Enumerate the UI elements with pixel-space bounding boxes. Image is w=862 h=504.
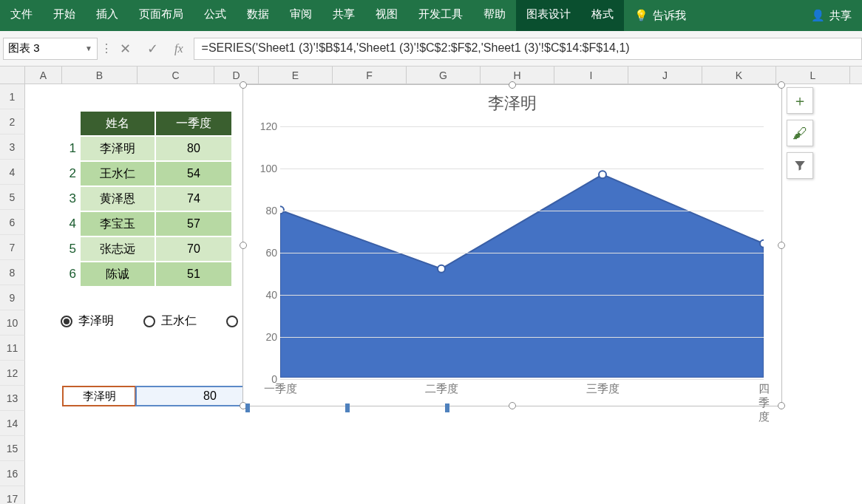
fx-icon[interactable]: fx [174,42,183,55]
chart-title[interactable]: 李泽明 [243,85,781,119]
cell-q1[interactable]: 70 [155,236,232,262]
plot-area[interactable]: 020406080100120 [280,126,764,378]
x-tick: 一季度 [264,382,297,396]
cell-name[interactable]: 陈诚 [80,262,155,287]
header-q1[interactable]: 一季度 [155,111,232,136]
spreadsheet-grid[interactable]: A B C D E F G H I J K L 1234567891011121… [0,67,862,84]
resize-handle[interactable] [240,242,247,249]
tab-insert[interactable]: 插入 [86,0,129,31]
table-row[interactable]: 5 张志远 70 [62,236,232,262]
col-D[interactable]: D [214,67,259,84]
tab-share[interactable]: 共享 [322,0,365,31]
cell-q1[interactable]: 51 [155,262,232,287]
radio-icon [143,316,155,327]
row-14[interactable]: 14 [0,411,25,436]
resize-handle[interactable] [509,402,516,409]
radio-option-1[interactable]: 王水仁 [143,313,197,329]
col-G[interactable]: G [407,67,481,84]
chevron-down-icon[interactable]: ▼ [85,44,92,52]
row-7[interactable]: 7 [0,235,25,260]
formula-input[interactable]: =SERIES('Sheet1 (3)'!$B$14,'Sheet1 (3)'!… [194,38,862,60]
resize-handle[interactable] [240,81,247,89]
resize-handle[interactable] [778,402,785,409]
cell-name[interactable]: 张志远 [80,236,155,262]
chart-styles-button[interactable]: 🖌 [787,120,813,146]
cell-q1[interactable]: 80 [155,136,232,161]
share-button[interactable]: 👤 共享 [801,0,862,31]
chart-filter-button[interactable] [787,152,813,179]
cancel-icon[interactable]: ✕ [120,41,131,57]
table-row[interactable]: 4 李宝玉 57 [62,211,232,236]
header-name[interactable]: 姓名 [80,111,155,136]
area-series[interactable] [280,126,764,378]
col-A[interactable]: A [25,67,62,84]
tab-data[interactable]: 数据 [237,0,279,31]
confirm-icon[interactable]: ✓ [147,41,158,57]
data-point[interactable] [599,171,606,178]
col-E[interactable]: E [259,67,333,84]
row-13[interactable]: 13 [0,386,25,411]
row-3[interactable]: 3 [0,134,25,160]
tab-file[interactable]: 文件 [0,0,43,31]
col-H[interactable]: H [481,67,554,84]
cell-name[interactable]: 李泽明 [80,136,155,161]
cell-b14[interactable]: 李泽明 [62,386,136,406]
tab-view[interactable]: 视图 [365,0,408,31]
resize-handle[interactable] [778,81,785,89]
resize-handle[interactable] [509,81,516,89]
row-15[interactable]: 15 [0,436,25,461]
tab-help[interactable]: 帮助 [473,0,516,31]
row-6[interactable]: 6 [0,210,25,235]
col-I[interactable]: I [554,67,628,84]
row-10[interactable]: 10 [0,310,25,336]
cell-q1[interactable]: 74 [155,186,232,211]
data-point[interactable] [438,265,445,273]
tab-layout[interactable]: 页面布局 [129,0,194,31]
tell-me[interactable]: 💡 告诉我 [624,0,696,31]
table-row[interactable]: 1 李泽明 80 [62,136,232,161]
tab-home[interactable]: 开始 [43,0,86,31]
row-12[interactable]: 12 [0,361,25,386]
row-16[interactable]: 16 [0,461,25,486]
resize-handle[interactable] [778,242,785,249]
tab-developer[interactable]: 开发工具 [408,0,473,31]
table-row[interactable]: 6 陈诚 51 [62,262,232,287]
row-4[interactable]: 4 [0,160,25,185]
cell-name[interactable]: 李宝玉 [80,211,155,236]
col-J[interactable]: J [628,67,702,84]
cell-q1[interactable]: 57 [155,211,232,236]
x-tick: 二季度 [425,382,458,396]
y-tick: 20 [265,331,277,343]
cell-name[interactable]: 黄泽恩 [80,186,155,211]
tab-chart-design[interactable]: 图表设计 [516,0,581,31]
tab-review[interactable]: 审阅 [279,0,322,31]
select-all-corner[interactable] [0,67,25,84]
table-row[interactable]: 3 黄泽恩 74 [62,186,232,211]
formula-bar-row: 图表 3 ▼ ⋮ ✕ ✓ fx =SERIES('Sheet1 (3)'!$B$… [0,31,862,67]
row-5[interactable]: 5 [0,185,25,210]
row-11[interactable]: 11 [0,336,25,361]
name-box[interactable]: 图表 3 ▼ [3,38,98,60]
row-2[interactable]: 2 [0,109,25,134]
cell-q1[interactable]: 54 [155,161,232,186]
tab-formulas[interactable]: 公式 [194,0,237,31]
radio-option-0[interactable]: 李泽明 [61,313,114,329]
row-17[interactable]: 17 [0,486,25,504]
data-point[interactable] [760,240,764,248]
col-L[interactable]: L [776,67,850,84]
table-row[interactable]: 2 王水仁 54 [62,161,232,186]
area-fill[interactable] [280,174,764,378]
col-B[interactable]: B [62,67,138,84]
col-K[interactable]: K [702,67,776,84]
series-range-handles[interactable] [245,403,449,409]
chart-elements-button[interactable]: ＋ [787,87,813,114]
col-C[interactable]: C [138,67,214,84]
row-9[interactable]: 9 [0,285,25,310]
row-1[interactable]: 1 [0,84,25,109]
row-8[interactable]: 8 [0,260,25,285]
radio-option-2[interactable] [226,316,238,327]
tab-format[interactable]: 格式 [581,0,624,31]
cell-name[interactable]: 王水仁 [80,161,155,186]
chart-object[interactable]: 李泽明 020406080100120 一季度二季度三季度四季度 [242,84,782,406]
col-F[interactable]: F [333,67,407,84]
